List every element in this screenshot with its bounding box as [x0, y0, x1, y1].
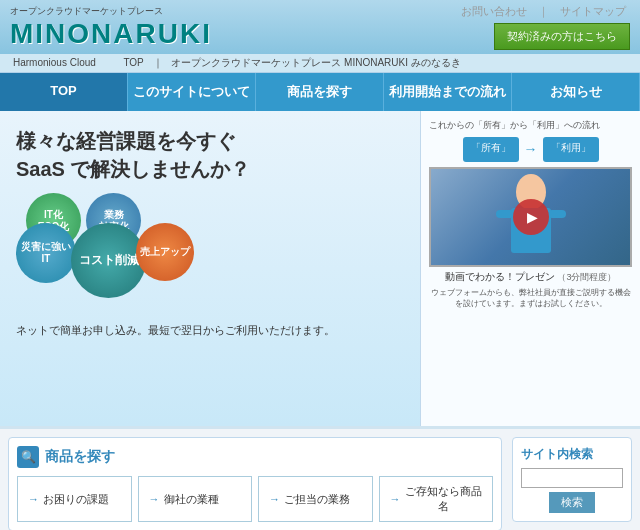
search-products-header: 🔍 商品を探す [17, 446, 493, 468]
search-products-title: 商品を探す [45, 448, 115, 466]
video-steps: 「所有」 → 「利用」 [429, 137, 632, 162]
site-search-title: サイト内検索 [521, 446, 623, 463]
video-title-text: これからの「所有」から「利用」への流れ [429, 119, 600, 132]
search-btn-name[interactable]: ご存知なら商品名 [379, 476, 494, 522]
video-title-bar: これからの「所有」から「利用」への流れ [429, 119, 632, 132]
logo-area: オープンクラウドマーケットプレース MINONARUKI [10, 5, 212, 50]
nav-flow[interactable]: 利用開始までの流れ [384, 73, 512, 111]
header-links: お問い合わせ ｜ サイトマップ [457, 4, 630, 19]
site-search-button[interactable]: 検索 [549, 492, 595, 513]
breadcrumb-cloud: Harmonious Cloud [13, 57, 96, 68]
lower-section: 🔍 商品を探す お困りの課題 御社の業種 ご担当の業務 ご存知なら商品名 ★ ピ… [0, 426, 640, 530]
sidebar: サイト内検索 検索 お問い合わせ 入力フォームでのお問い合わせはこちら お問い合… [512, 437, 632, 530]
svg-rect-2 [496, 210, 514, 218]
bubble-diagram: IT化ECO化 業務効率化 災害に強いIT コスト削減 売上アップ [16, 193, 216, 313]
site-search-input[interactable] [521, 468, 623, 488]
header-right: お問い合わせ ｜ サイトマップ 契約済みの方はこちら [457, 4, 630, 50]
sitemap-link[interactable]: サイトマップ [560, 5, 626, 17]
search-btn-industry[interactable]: 御社の業種 [138, 476, 253, 522]
step-to: 「利用」 [543, 137, 599, 162]
hero-section: 様々な経営課題を今すぐ SaaS で解決しませんか？ IT化ECO化 業務効率化… [0, 111, 420, 426]
site-search-box: サイト内検索 検索 [512, 437, 632, 522]
search-products-icon: 🔍 [17, 446, 39, 468]
contract-button[interactable]: 契約済みの方はこちら [494, 23, 630, 50]
nav-products[interactable]: 商品を探す [256, 73, 384, 111]
video-panel: これからの「所有」から「利用」への流れ 「所有」 → 「利用」 動画でわかる！プ… [420, 111, 640, 426]
header: オープンクラウドマーケットプレース MINONARUKI お問い合わせ ｜ サイ… [0, 0, 640, 73]
video-description: ウェブフォームからも、弊社社員が直接ご説明する機会を設けています。まずはお試しく… [429, 287, 632, 309]
video-presenter [429, 167, 632, 267]
step-from: 「所有」 [463, 137, 519, 162]
play-button[interactable] [513, 199, 549, 235]
bubble-disaster: 災害に強いIT [16, 223, 76, 283]
nav-top[interactable]: TOP [0, 73, 128, 111]
main-section: 様々な経営課題を今すぐ SaaS で解決しませんか？ IT化ECO化 業務効率化… [0, 111, 640, 426]
lower-main: 🔍 商品を探す お困りの課題 御社の業種 ご担当の業務 ご存知なら商品名 ★ ピ… [8, 437, 512, 530]
main-nav: TOP このサイトについて 商品を探す 利用開始までの流れ お知らせ [0, 73, 640, 111]
site-logo: MINONARUKI [10, 18, 212, 50]
search-products-box: 🔍 商品を探す お困りの課題 御社の業種 ご担当の業務 ご存知なら商品名 [8, 437, 502, 530]
hero-footer-text: ネットで簡単お申し込み。最短で翌日からご利用いただけます。 [16, 323, 404, 338]
breadcrumb-top[interactable]: TOP [123, 57, 143, 68]
header-top: オープンクラウドマーケットプレース MINONARUKI お問い合わせ ｜ サイ… [0, 0, 640, 54]
bubble-sales: 売上アップ [136, 223, 194, 281]
nav-news[interactable]: お知らせ [512, 73, 640, 111]
breadcrumb: Harmonious Cloud TOP ｜ オープンクラウドマーケットプレース… [0, 54, 640, 73]
nav-about[interactable]: このサイトについて [128, 73, 256, 111]
breadcrumb-current: オープンクラウドマーケットプレース MINONARUKI みのなるき [171, 57, 460, 68]
inquiry-link[interactable]: お問い合わせ [461, 5, 527, 17]
step-arrow: → [524, 137, 538, 162]
video-label: 動画でわかる！プレゼン （3分間程度） [429, 270, 632, 284]
logo-tagline: オープンクラウドマーケットプレース [10, 5, 212, 18]
bubble-cost: コスト削減 [71, 223, 146, 298]
search-btn-trouble[interactable]: お困りの課題 [17, 476, 132, 522]
hero-title: 様々な経営課題を今すぐ SaaS で解決しませんか？ [16, 127, 404, 183]
svg-rect-3 [548, 210, 566, 218]
search-btn-task[interactable]: ご担当の業務 [258, 476, 373, 522]
search-buttons-group: お困りの課題 御社の業種 ご担当の業務 ご存知なら商品名 [17, 476, 493, 522]
